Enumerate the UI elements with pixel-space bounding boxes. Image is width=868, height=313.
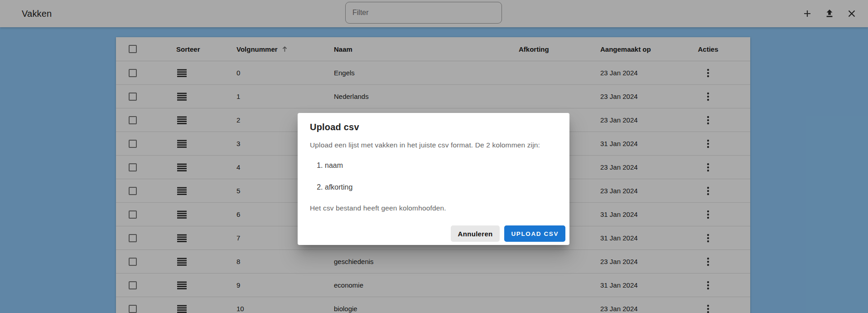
list-item-naam: naam xyxy=(325,160,352,182)
upload-csv-dialog: Upload csv Upload een lijst met vakken i… xyxy=(298,113,569,245)
csv-columns-list: naam afkorting xyxy=(310,160,352,204)
dialog-actions: Annuleren UPLOAD CSV xyxy=(451,225,565,242)
dialog-title: Upload csv xyxy=(310,122,359,132)
list-item-afkorting: afkorting xyxy=(325,182,352,204)
cancel-button[interactable]: Annuleren xyxy=(451,225,500,242)
dialog-intro-text: Upload een lijst met vakken in het juist… xyxy=(310,141,559,149)
upload-csv-submit-button[interactable]: UPLOAD CSV xyxy=(504,225,565,242)
dialog-note-text: Het csv bestand heeft geen kolomhoofden. xyxy=(310,204,559,212)
